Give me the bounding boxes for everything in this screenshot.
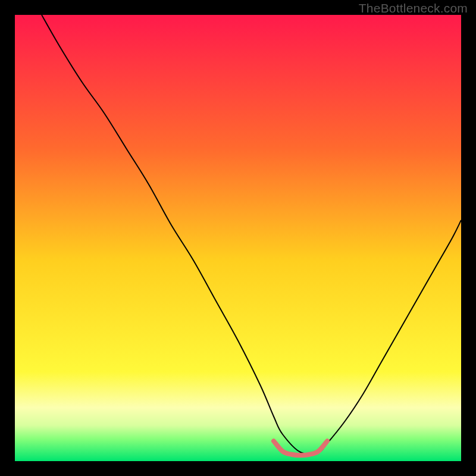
plot-area [15, 15, 461, 461]
bottleneck-chart [15, 15, 461, 461]
chart-frame: TheBottleneck.com [0, 0, 476, 476]
watermark-text: TheBottleneck.com [359, 1, 468, 15]
